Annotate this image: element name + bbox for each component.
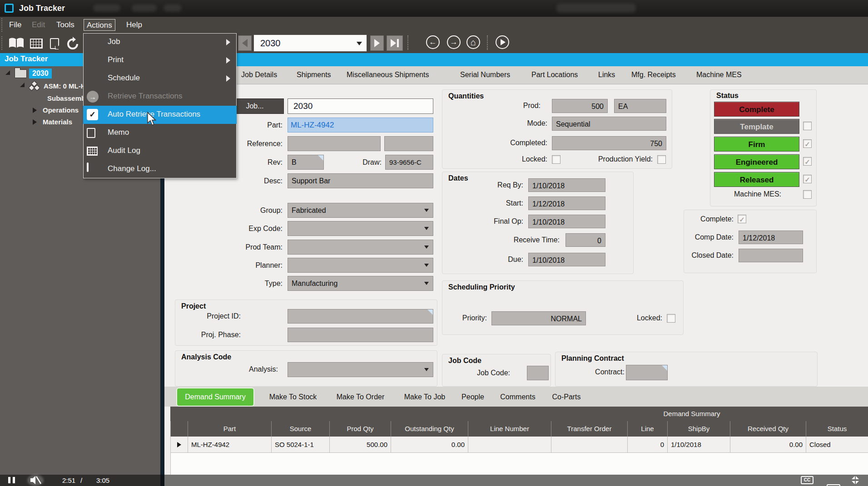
contract-field[interactable] bbox=[626, 365, 668, 380]
final-op-field[interactable]: 1/10/2018 bbox=[528, 215, 605, 228]
pause-icon[interactable] bbox=[8, 477, 15, 485]
fullscreen-icon[interactable] bbox=[850, 475, 860, 486]
tab-co-parts[interactable]: Co-Parts bbox=[551, 393, 582, 401]
header-source[interactable]: Source bbox=[271, 421, 329, 437]
tree-expander-closed-icon[interactable] bbox=[33, 119, 37, 125]
group-dropdown[interactable]: Fabricated bbox=[288, 203, 433, 218]
template-checkbox[interactable] bbox=[803, 122, 812, 130]
header-part[interactable]: Part bbox=[188, 421, 271, 437]
tab-machine-mes[interactable]: Machine MES bbox=[696, 71, 742, 79]
menu-item-memo[interactable]: Memo bbox=[83, 124, 237, 142]
comp-date-field[interactable]: 1/12/2018 bbox=[739, 231, 803, 244]
menu-item-print[interactable]: Print bbox=[83, 51, 237, 69]
forward-icon[interactable]: → bbox=[447, 35, 461, 49]
planner-dropdown[interactable] bbox=[288, 258, 433, 273]
tree-item-materials[interactable]: Materials bbox=[43, 118, 72, 126]
reference-field[interactable] bbox=[288, 136, 381, 151]
table-row[interactable]: ML-HZ-4942 SO 5024-1-1 500.00 0.00 0 1/1… bbox=[170, 437, 868, 453]
home-icon[interactable]: ⌂ bbox=[466, 35, 480, 49]
tab-part-locations[interactable]: Part Locations bbox=[531, 71, 578, 79]
refresh-icon[interactable] bbox=[65, 37, 80, 51]
menu-item-change-log[interactable]: Change Log... bbox=[83, 160, 237, 178]
header-shipby[interactable]: ShipBy bbox=[667, 421, 730, 437]
released-checkbox[interactable] bbox=[803, 175, 812, 183]
picture-in-picture-button[interactable] bbox=[827, 484, 840, 486]
muted-speaker-icon[interactable] bbox=[30, 476, 42, 486]
machine-mes-checkbox[interactable] bbox=[803, 190, 812, 199]
prod-team-dropdown[interactable] bbox=[288, 240, 433, 255]
tree-item-job[interactable]: 2030 bbox=[29, 69, 52, 79]
closed-captions-button[interactable]: CC bbox=[801, 476, 813, 484]
prod-qty-field[interactable]: 500 bbox=[552, 99, 608, 113]
tab-miscellaneous-shipments[interactable]: Miscellaneous Shipments bbox=[347, 71, 429, 79]
tree-expander-open-icon[interactable] bbox=[20, 83, 25, 87]
prod-unit-field[interactable]: EA bbox=[614, 99, 666, 113]
dropdown-arrow-icon[interactable] bbox=[424, 209, 429, 212]
dropdown-arrow-icon[interactable] bbox=[424, 245, 429, 249]
back-icon[interactable]: ← bbox=[426, 35, 440, 49]
menu-tools[interactable]: Tools bbox=[54, 19, 77, 31]
tab-serial-numbers[interactable]: Serial Numbers bbox=[460, 71, 510, 79]
closed-date-field[interactable] bbox=[739, 249, 803, 262]
tree-expander-open-icon[interactable] bbox=[5, 70, 10, 75]
tree-item-operations[interactable]: Operations bbox=[43, 106, 79, 114]
status-template-button[interactable]: Template bbox=[714, 119, 799, 134]
next-job-button[interactable] bbox=[370, 35, 384, 51]
due-field[interactable]: 1/10/2018 bbox=[528, 253, 605, 266]
menu-item-schedule[interactable]: Schedule bbox=[83, 69, 237, 88]
note-icon[interactable] bbox=[50, 38, 59, 49]
job-number-field[interactable]: 2030 bbox=[288, 98, 433, 114]
header-line[interactable]: Line bbox=[627, 421, 667, 437]
play-icon[interactable] bbox=[496, 35, 509, 49]
status-complete-button[interactable]: Complete bbox=[714, 102, 799, 117]
header-status[interactable]: Status bbox=[806, 421, 868, 437]
menu-actions[interactable]: Actions bbox=[84, 19, 115, 31]
header-prod-qty[interactable]: Prod Qty bbox=[329, 421, 391, 437]
part-field[interactable]: ML-HZ-4942 bbox=[288, 118, 433, 133]
tree-expander-closed-icon[interactable] bbox=[33, 108, 37, 113]
engineered-checkbox[interactable] bbox=[803, 157, 812, 166]
tab-make-to-stock[interactable]: Make To Stock bbox=[266, 393, 320, 401]
header-line-number[interactable]: Line Number bbox=[468, 421, 551, 437]
type-dropdown[interactable]: Manufacturing bbox=[288, 276, 433, 291]
tab-comments[interactable]: Comments bbox=[498, 393, 537, 401]
menu-item-auto-retrieve-transactions[interactable]: ✓ Auto Retrieve Transactions bbox=[83, 106, 237, 124]
exp-code-dropdown[interactable] bbox=[288, 221, 433, 236]
reference-field-2[interactable] bbox=[384, 136, 433, 151]
tab-mfg-receipts[interactable]: Mfg. Receipts bbox=[631, 71, 676, 79]
menu-help[interactable]: Help bbox=[124, 19, 145, 31]
header-transfer-order[interactable]: Transfer Order bbox=[551, 421, 627, 437]
receive-time-field[interactable]: 0 bbox=[565, 233, 605, 247]
toolbar-grip[interactable] bbox=[1, 36, 3, 50]
menu-item-audit-log[interactable]: Audit Log bbox=[83, 142, 237, 160]
job-number-combobox[interactable]: 2030 bbox=[253, 34, 367, 52]
tab-links[interactable]: Links bbox=[598, 71, 615, 79]
production-yield-checkbox[interactable] bbox=[657, 155, 666, 164]
req-by-field[interactable]: 1/10/2018 bbox=[528, 178, 605, 192]
dropdown-arrow-icon[interactable] bbox=[424, 227, 429, 230]
draw-field[interactable]: 93-9656-C bbox=[385, 155, 433, 170]
sched-locked-checkbox[interactable] bbox=[667, 314, 675, 323]
status-engineered-button[interactable]: Engineered bbox=[714, 154, 799, 169]
dropdown-arrow-icon[interactable] bbox=[424, 282, 429, 285]
header-received-qty[interactable]: Received Qty bbox=[730, 421, 806, 437]
last-job-button[interactable] bbox=[387, 35, 403, 51]
chevron-down-icon[interactable] bbox=[357, 42, 362, 45]
tab-people[interactable]: People bbox=[460, 393, 486, 401]
menu-item-job[interactable]: Job bbox=[83, 33, 237, 51]
tab-make-to-job[interactable]: Make To Job bbox=[402, 393, 448, 401]
toolbar-grip[interactable] bbox=[1, 18, 3, 32]
book-icon[interactable] bbox=[8, 37, 25, 49]
menu-file[interactable]: File bbox=[6, 19, 24, 31]
tab-shipments[interactable]: Shipments bbox=[297, 71, 331, 79]
header-outstanding-qty[interactable]: Outstanding Qty bbox=[391, 421, 468, 437]
mode-field[interactable]: Sequential bbox=[552, 117, 666, 131]
proj-phase-field[interactable] bbox=[288, 328, 433, 342]
complete-checkbox[interactable] bbox=[738, 215, 746, 223]
completed-field[interactable]: 750 bbox=[552, 136, 666, 150]
desc-field[interactable]: Support Bar bbox=[288, 173, 433, 188]
tab-make-to-order[interactable]: Make To Order bbox=[332, 393, 389, 401]
firm-checkbox[interactable] bbox=[803, 139, 812, 148]
tab-job-details[interactable]: Job Details bbox=[241, 71, 277, 79]
tab-demand-summary[interactable]: Demand Summary bbox=[176, 388, 254, 407]
